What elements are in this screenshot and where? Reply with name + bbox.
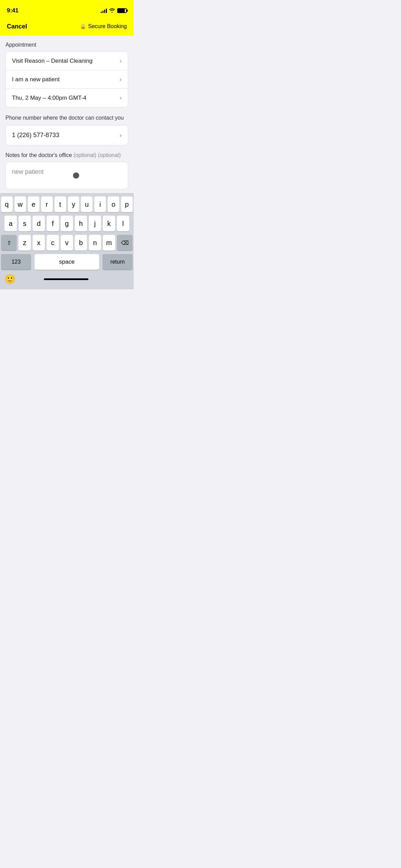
phone-value: 1 (226) 577-8733 [12,132,59,139]
notes-optional-text: (optional) [73,152,96,158]
notes-input[interactable]: new patient [5,162,128,189]
key-o[interactable]: o [108,196,119,212]
secure-booking-label: 🔒 Secure Booking [80,23,127,29]
key-f[interactable]: f [47,216,59,231]
keyboard: q w e r t y u i o p a s d f g h j k l ⇧ … [0,193,134,289]
status-bar: 9:41 [0,0,134,17]
keyboard-row-2: a s d f g h j k l [1,216,133,231]
notes-label: Notes for the doctor's office (optional)… [5,152,128,158]
key-y[interactable]: y [68,196,80,212]
numbers-key[interactable]: 123 [1,254,31,270]
key-z[interactable]: z [19,235,31,251]
key-e[interactable]: e [28,196,39,212]
key-j[interactable]: j [89,216,101,231]
delete-key[interactable]: ⌫ [117,235,133,251]
keyboard-row-3: ⇧ z x c v b n m ⌫ [1,235,133,251]
key-t[interactable]: t [54,196,66,212]
phone-chevron-icon: › [120,132,122,139]
cancel-button[interactable]: Cancel [7,23,27,30]
key-h[interactable]: h [75,216,87,231]
key-u[interactable]: u [81,196,93,212]
visit-reason-chevron-icon: › [120,57,122,64]
keyboard-row-1: q w e r t y u i o p [1,196,133,212]
appointment-list: Visit Reason – Dental Cleaning › I am a … [5,51,128,107]
key-l[interactable]: l [117,216,129,231]
key-i[interactable]: i [94,196,106,212]
key-r[interactable]: r [41,196,53,212]
phone-input[interactable]: 1 (226) 577-8733 › [5,125,128,145]
key-q[interactable]: q [1,196,13,212]
nav-bar: Cancel 🔒 Secure Booking [0,17,134,36]
secure-booking-text: Secure Booking [88,23,127,29]
keyboard-bottom-row: 123 space return [1,254,133,270]
status-icons [101,8,127,14]
key-v[interactable]: v [61,235,73,251]
key-x[interactable]: x [33,235,45,251]
patient-type-item[interactable]: I am a new patient › [6,70,128,89]
status-time: 9:41 [7,7,19,14]
key-s[interactable]: s [19,216,31,231]
battery-icon [117,8,127,13]
key-g[interactable]: g [61,216,73,231]
emoji-bar: 🙂 [1,272,133,287]
key-b[interactable]: b [75,235,87,251]
key-w[interactable]: w [14,196,26,212]
patient-type-text: I am a new patient [12,76,60,83]
key-c[interactable]: c [47,235,59,251]
emoji-button[interactable]: 🙂 [4,274,15,285]
key-p[interactable]: p [121,196,133,212]
return-key[interactable]: return [102,254,133,270]
date-time-text: Thu, 2 May – 4:00pm GMT-4 [12,95,86,101]
home-indicator [44,278,88,280]
phone-section: Phone number where the doctor can contac… [5,114,128,145]
wifi-icon [109,8,115,14]
notes-value: new patient [12,168,44,175]
text-cursor [73,172,79,179]
key-a[interactable]: a [4,216,17,231]
key-d[interactable]: d [33,216,45,231]
date-time-chevron-icon: › [120,94,122,101]
shift-key[interactable]: ⇧ [1,235,17,251]
notes-label-text: Notes for the doctor's office [5,152,72,158]
key-k[interactable]: k [103,216,115,231]
visit-reason-text: Visit Reason – Dental Cleaning [12,58,93,64]
patient-type-chevron-icon: › [120,76,122,83]
main-content: Appointment Visit Reason – Dental Cleani… [0,36,134,189]
space-key[interactable]: space [35,254,99,270]
notes-section: Notes for the doctor's office (optional)… [5,152,128,189]
phone-label: Phone number where the doctor can contac… [5,114,128,122]
date-time-item[interactable]: Thu, 2 May – 4:00pm GMT-4 › [6,89,128,107]
appointment-section-label: Appointment [5,42,128,48]
key-n[interactable]: n [89,235,101,251]
lock-icon: 🔒 [80,23,86,29]
visit-reason-item[interactable]: Visit Reason – Dental Cleaning › [6,52,128,70]
key-m[interactable]: m [103,235,115,251]
signal-icon [101,8,107,13]
